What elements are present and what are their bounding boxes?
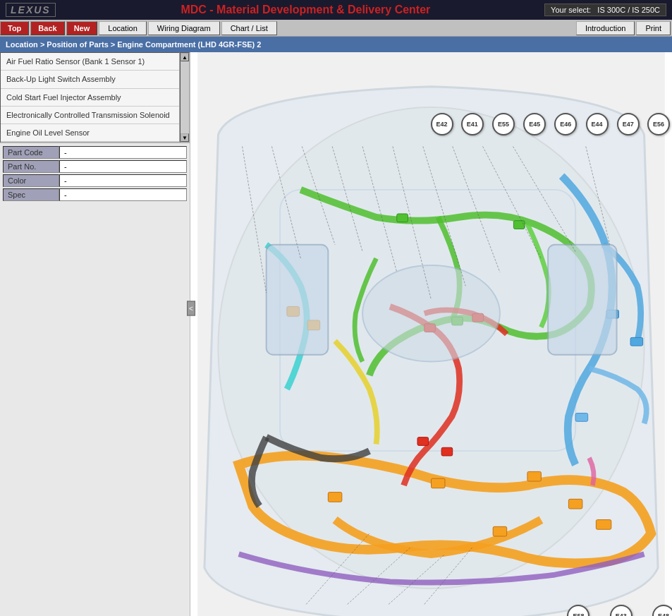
sidebar: Air Fuel Ratio Sensor (Bank 1 Sensor 1)B…: [0, 52, 190, 616]
part-item[interactable]: Engine Oil Level Sensor: [1, 124, 179, 142]
connector-e56[interactable]: E56: [647, 113, 670, 135]
svg-rect-12: [513, 221, 525, 229]
part-code-label: Part Code: [3, 146, 59, 159]
svg-rect-20: [441, 447, 453, 456]
sidebar-inner: Air Fuel Ratio Sensor (Bank 1 Sensor 1)B…: [0, 52, 190, 143]
app-title: MDC - Material Development & Delivery Ce…: [67, 4, 544, 16]
engine-diagram-content: E42E41E55E45E46E44E47E56E53E57E50E58E43E…: [190, 52, 672, 616]
svg-rect-16: [575, 413, 588, 422]
engine-diagram: E42E41E55E45E46E44E47E56E53E57E50E58E43E…: [190, 52, 672, 616]
color-row: Color -: [3, 174, 187, 187]
scroll-down-btn[interactable]: ▼: [181, 133, 189, 142]
connector-e55[interactable]: E55: [492, 113, 515, 135]
user-select-display: Your select: IS 300C / IS 250C: [544, 4, 666, 16]
part-code-value: -: [59, 146, 187, 159]
svg-point-23: [362, 265, 500, 361]
svg-rect-15: [630, 337, 643, 346]
part-code-row: Part Code -: [3, 146, 187, 159]
svg-rect-11: [397, 214, 408, 222]
connector-e47[interactable]: E47: [617, 113, 640, 135]
color-value: -: [59, 174, 187, 187]
new-button[interactable]: New: [66, 21, 98, 35]
main-content: Air Fuel Ratio Sensor (Bank 1 Sensor 1)B…: [0, 52, 672, 616]
spec-value: -: [59, 188, 187, 201]
navbar: Top Back New Location Wiring Diagram Cha…: [0, 20, 672, 37]
collapse-sidebar-button[interactable]: <: [187, 301, 195, 315]
spec-label: Spec: [3, 188, 59, 201]
part-details: Part Code - Part No. - Color - Spec -: [0, 143, 190, 205]
color-label: Color: [3, 174, 59, 187]
connector-e42[interactable]: E42: [431, 113, 453, 135]
svg-rect-22: [548, 245, 616, 355]
svg-rect-7: [527, 471, 541, 481]
scroll-bar[interactable]: ▲ ▼: [180, 52, 190, 143]
svg-rect-5: [328, 493, 341, 502]
svg-rect-9: [596, 520, 611, 530]
user-select-value: IS 300C / IS 250C: [597, 6, 660, 14]
part-item[interactable]: Air Fuel Ratio Sensor (Bank 1 Sensor 1): [1, 53, 179, 71]
lexus-logo: LEXUS: [6, 3, 56, 17]
part-no-value: -: [59, 160, 187, 173]
back-button[interactable]: Back: [30, 21, 64, 35]
parts-list-container: Air Fuel Ratio Sensor (Bank 1 Sensor 1)B…: [0, 52, 180, 143]
part-no-row: Part No. -: [3, 160, 187, 173]
scroll-up-btn[interactable]: ▲: [181, 53, 189, 61]
breadcrumb-text: Location > Position of Parts > Engine Co…: [6, 40, 261, 49]
connector-e41[interactable]: E41: [461, 113, 484, 135]
svg-rect-8: [568, 499, 582, 509]
wiring-tab[interactable]: Wiring Diagram: [148, 21, 220, 35]
header: LEXUS MDC - Material Development & Deliv…: [0, 0, 672, 20]
user-select-label: Your select:: [551, 6, 591, 14]
svg-rect-10: [493, 526, 506, 536]
part-item[interactable]: Back-Up Light Switch Assembly: [1, 71, 179, 88]
spec-row: Spec -: [3, 188, 187, 201]
connector-e44[interactable]: E44: [586, 113, 609, 135]
part-item[interactable]: Cold Start Fuel Injector Assembly: [1, 89, 179, 107]
part-no-label: Part No.: [3, 160, 59, 173]
svg-rect-6: [432, 478, 445, 488]
breadcrumb: Location > Position of Parts > Engine Co…: [0, 37, 672, 52]
svg-rect-19: [417, 437, 429, 446]
part-item[interactable]: Electronically Controlled Transmission S…: [1, 107, 179, 124]
print-button[interactable]: Print: [636, 21, 671, 35]
diagram-svg: [190, 52, 672, 616]
chart-tab[interactable]: Chart / List: [221, 21, 277, 35]
svg-rect-21: [267, 245, 329, 355]
location-tab[interactable]: Location: [99, 21, 147, 35]
parts-list: Air Fuel Ratio Sensor (Bank 1 Sensor 1)B…: [0, 52, 180, 143]
introduction-tab[interactable]: Introduction: [576, 21, 635, 35]
top-button[interactable]: Top: [0, 21, 29, 35]
